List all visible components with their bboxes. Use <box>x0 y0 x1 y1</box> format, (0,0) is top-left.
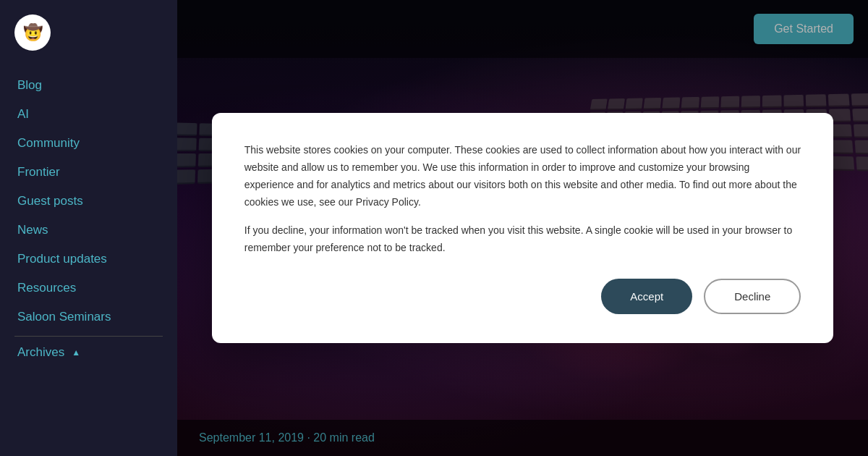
sidebar-item-archives[interactable]: Archives ▲ <box>14 336 163 366</box>
accept-button[interactable]: Accept <box>601 279 692 314</box>
sidebar-item-blog[interactable]: Blog <box>14 72 163 98</box>
sidebar-item-product-updates[interactable]: Product updates <box>14 246 163 272</box>
sidebar-item-community[interactable]: Community <box>14 130 163 156</box>
sidebar-navigation: Blog AI Community Frontier Guest posts N… <box>0 72 177 442</box>
cookie-paragraph-2: If you decline, your information won't b… <box>244 222 801 257</box>
sidebar: 🤠 Blog AI Community Frontier Guest posts… <box>0 0 177 456</box>
logo-area: 🤠 <box>0 14 177 72</box>
cookie-modal: This website stores cookies on your comp… <box>212 113 834 343</box>
sidebar-item-saloon-seminars[interactable]: Saloon Seminars <box>14 304 163 330</box>
sidebar-item-ai[interactable]: AI <box>14 101 163 127</box>
sidebar-item-frontier[interactable]: Frontier <box>14 159 163 185</box>
cookie-overlay: This website stores cookies on your comp… <box>177 0 868 456</box>
cookie-actions: Accept Decline <box>244 279 801 314</box>
chevron-up-icon: ▲ <box>72 347 80 358</box>
sidebar-item-resources[interactable]: Resources <box>14 275 163 301</box>
logo-icon: 🤠 <box>14 14 51 51</box>
sidebar-item-news[interactable]: News <box>14 217 163 243</box>
decline-button[interactable]: Decline <box>704 279 801 314</box>
main-content: CBM Get Started September 11, 2019 · 20 … <box>177 0 868 456</box>
cookie-paragraph-1: This website stores cookies on your comp… <box>244 142 801 211</box>
sidebar-item-guest-posts[interactable]: Guest posts <box>14 188 163 214</box>
